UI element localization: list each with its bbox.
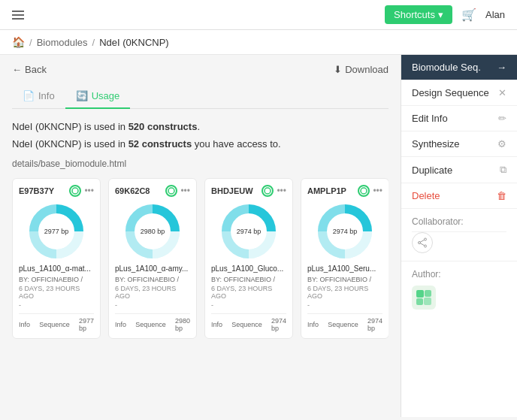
panel-item-synthesize[interactable]: Synthesize ⚙ xyxy=(401,131,517,157)
card-4-diagram: 2974 bp xyxy=(307,201,382,261)
delete-label: Delete xyxy=(412,190,440,201)
svg-rect-15 xyxy=(425,290,431,297)
card-1-footer-bp: 2977bp xyxy=(79,317,94,332)
card-4-bp: 2974 bp xyxy=(333,228,358,235)
card-1-footer-seq[interactable]: Sequence xyxy=(39,321,70,328)
card-2-footer-info[interactable]: Info xyxy=(115,321,126,328)
details-link[interactable]: details/base_biomodule.html xyxy=(12,159,389,169)
content-area: ← Back ⬇ Download 📄 Info 🔄 Usage NdeI (0… xyxy=(0,55,401,417)
usage-tab-icon: 🔄 xyxy=(76,90,88,101)
card-2-dash: - xyxy=(115,301,190,309)
card-1-footer-info[interactable]: Info xyxy=(19,321,30,328)
breadcrumb: 🏠 / Biomodules / NdeI (0KNCNP) xyxy=(0,30,517,55)
home-icon[interactable]: 🏠 xyxy=(12,36,25,48)
card-2-footer-bp: 2980bp xyxy=(175,317,190,332)
card-2-status-icon xyxy=(165,185,177,197)
hamburger-menu[interactable] xyxy=(12,11,24,20)
download-icon: ⬇ xyxy=(334,64,342,75)
card-2-name: pLus_1A100_α-amy... xyxy=(115,264,190,273)
back-bar: ← Back ⬇ Download xyxy=(12,64,389,75)
svg-rect-13 xyxy=(413,287,434,308)
info-line-1: NdeI (0KNCNP) is used in 520 constructs. xyxy=(12,121,389,132)
card-1-id: E97B37Y xyxy=(19,186,54,195)
card-4-status-icon xyxy=(358,185,370,197)
card-3-footer-seq[interactable]: Sequence xyxy=(231,321,262,328)
collaborator-label: Collaborator: xyxy=(412,216,506,232)
info-line-2: NdeI (0KNCNP) is used in 52 constructs y… xyxy=(12,138,389,150)
card-2[interactable]: 69K62C8 ••• xyxy=(108,178,197,339)
card-1-name: pLus_1A100_α-mat... xyxy=(19,264,94,273)
nav-left xyxy=(12,11,24,20)
card-2-id: 69K62C8 xyxy=(115,186,150,195)
card-2-bp: 2980 bp xyxy=(141,228,165,235)
card-2-more[interactable]: ••• xyxy=(180,186,190,196)
author-avatar xyxy=(412,286,436,310)
card-2-footer-seq[interactable]: Sequence xyxy=(135,321,166,328)
top-nav: Shortcuts ▾ 🛒 Alan xyxy=(0,0,517,30)
back-label: Back xyxy=(25,64,47,75)
card-4-footer-info[interactable]: Info xyxy=(307,321,319,328)
card-4-footer-bp: 2974bp xyxy=(367,317,382,332)
card-3-footer-info[interactable]: Info xyxy=(211,321,222,328)
svg-point-0 xyxy=(72,188,78,194)
right-panel: Biomodule Seq. → Design Sequence ✕ Edit … xyxy=(401,55,517,417)
card-1-more[interactable]: ••• xyxy=(84,186,94,196)
card-4[interactable]: AMPLP1P ••• xyxy=(301,178,389,339)
svg-line-11 xyxy=(420,240,425,242)
card-1-time: 6 DAYS, 23 HOURS AGO xyxy=(19,285,94,300)
card-3-diagram: 2974 bp xyxy=(211,201,286,261)
info-tab-icon: 📄 xyxy=(23,90,35,101)
cards-grid: E97B37Y ••• xyxy=(12,178,389,339)
synthesize-label: Synthesize xyxy=(412,138,460,150)
wrench-icon: ⚙ xyxy=(497,138,506,150)
svg-line-12 xyxy=(420,243,425,246)
breadcrumb-parent[interactable]: Biomodules xyxy=(37,37,88,48)
shortcuts-button[interactable]: Shortcuts ▾ xyxy=(385,5,452,24)
card-1-bp: 2977 bp xyxy=(44,228,69,235)
main-layout: ← Back ⬇ Download 📄 Info 🔄 Usage NdeI (0… xyxy=(0,55,517,417)
card-1-status-icon xyxy=(69,185,81,197)
panel-item-edit-info[interactable]: Edit Info ✏ xyxy=(401,106,517,131)
biomodule-seq-label: Biomodule Seq. xyxy=(412,62,481,73)
card-4-by: BY: OFFICINAEBIO / xyxy=(307,276,382,283)
card-1-by: BY: OFFICINAEBIO / xyxy=(19,276,94,283)
panel-item-biomodule-seq[interactable]: Biomodule Seq. → xyxy=(401,55,517,80)
card-3-more[interactable]: ••• xyxy=(277,186,286,196)
card-3-dash: - xyxy=(211,301,286,309)
card-2-diagram: 2980 bp xyxy=(115,201,190,261)
card-3-footer-bp: 2974bp xyxy=(271,317,286,332)
svg-point-4 xyxy=(265,188,271,194)
card-3-name: pLus_1A100_Gluco... xyxy=(211,264,286,273)
card-4-id: AMPLP1P xyxy=(307,186,346,195)
card-3-by: BY: OFFICINAEBIO / xyxy=(211,276,286,283)
card-3-time: 6 DAYS, 23 HOURS AGO xyxy=(211,285,286,300)
pencil-icon: ✏ xyxy=(498,113,506,124)
trash-icon: 🗑 xyxy=(497,190,506,201)
collaborator-section: Collaborator: xyxy=(401,209,517,261)
panel-item-delete[interactable]: Delete 🗑 xyxy=(401,183,517,209)
arrow-right-icon: → xyxy=(497,62,506,73)
svg-rect-16 xyxy=(416,298,423,305)
user-name[interactable]: Alan xyxy=(485,9,505,20)
cart-icon[interactable]: 🛒 xyxy=(461,8,476,22)
card-4-time: 6 DAYS, 23 HOURS AGO xyxy=(307,285,382,300)
panel-item-duplicate[interactable]: Duplicate ⧉ xyxy=(401,157,517,183)
tab-usage[interactable]: 🔄 Usage xyxy=(65,84,131,109)
card-4-more[interactable]: ••• xyxy=(373,186,382,196)
edit-info-label: Edit Info xyxy=(412,113,448,124)
svg-rect-14 xyxy=(416,290,424,298)
tab-info[interactable]: 📄 Info xyxy=(12,84,65,109)
close-icon: ✕ xyxy=(498,87,506,98)
card-3[interactable]: BHDJEUW ••• xyxy=(204,178,293,339)
svg-rect-17 xyxy=(424,298,431,305)
share-icon[interactable] xyxy=(412,232,433,253)
back-button[interactable]: ← Back xyxy=(12,64,47,75)
panel-item-design-sequence[interactable]: Design Sequence ✕ xyxy=(401,80,517,106)
download-button[interactable]: ⬇ Download xyxy=(334,64,389,75)
design-sequence-label: Design Sequence xyxy=(412,87,489,98)
info-section: NdeI (0KNCNP) is used in 520 constructs.… xyxy=(12,121,389,150)
copy-icon: ⧉ xyxy=(500,164,506,176)
card-4-footer-seq[interactable]: Sequence xyxy=(328,321,358,328)
card-1[interactable]: E97B37Y ••• xyxy=(12,178,101,339)
card-4-name: pLus_1A100_Seru... xyxy=(307,264,382,273)
